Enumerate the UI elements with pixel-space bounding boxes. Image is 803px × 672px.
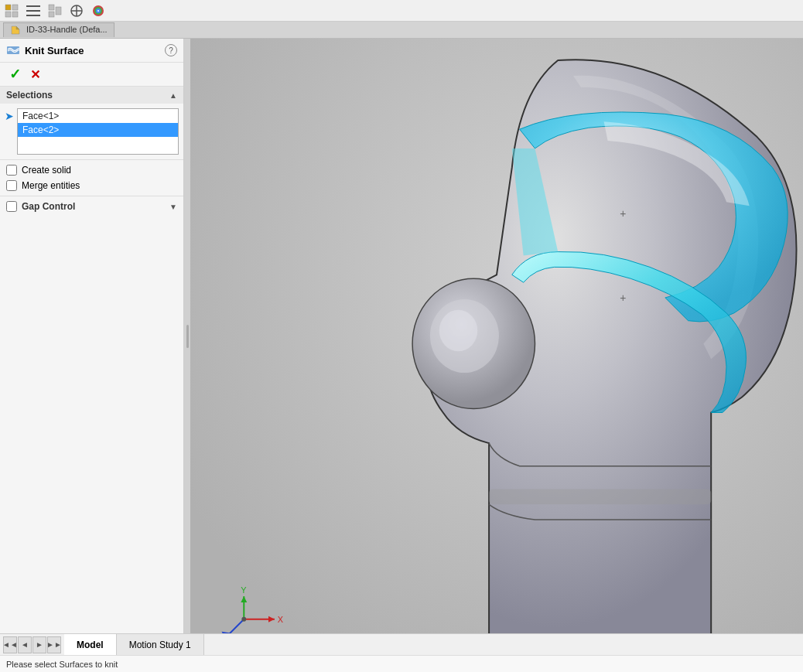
action-row: ✓ ✕ xyxy=(0,63,183,87)
svg-point-16 xyxy=(97,10,99,12)
gap-control-checkbox[interactable] xyxy=(6,201,17,212)
panel-title: Knit Surface xyxy=(25,45,160,56)
face-item-2[interactable]: Face<2> xyxy=(18,123,178,137)
nav-next[interactable]: ► xyxy=(32,636,46,653)
toolbar-icon-1[interactable] xyxy=(3,2,20,19)
status-bar: Please select Surfaces to knit xyxy=(0,655,803,672)
nav-prev[interactable]: ◄ xyxy=(18,636,32,653)
svg-text:Y: Y xyxy=(241,585,247,595)
svg-text:X: X xyxy=(278,615,284,624)
panel-header: Knit Surface ? xyxy=(0,39,183,63)
gap-control-chevron: ▼ xyxy=(169,203,177,211)
svg-text:+: + xyxy=(620,292,626,304)
selections-body: ➤ Face<1> Face<2> xyxy=(0,104,183,159)
face-item-1[interactable]: Face<1> xyxy=(18,109,178,123)
toolbar-icon-5[interactable] xyxy=(90,2,107,19)
face-list[interactable]: Face<1> Face<2> xyxy=(17,108,179,155)
svg-rect-8 xyxy=(49,12,54,17)
selections-section: Selections ▲ ➤ Face<1> Face<2> xyxy=(0,87,183,160)
knit-surface-icon xyxy=(6,43,20,57)
create-solid-row[interactable]: Create solid xyxy=(6,165,177,176)
create-solid-label: Create solid xyxy=(22,165,71,176)
toolbar-icon-2[interactable] xyxy=(25,2,42,19)
confirm-button[interactable]: ✓ xyxy=(6,66,23,83)
gap-control-label: Gap Control xyxy=(22,201,169,212)
toolbar-icon-3[interactable] xyxy=(46,2,63,19)
motion-study-tab[interactable]: Motion Study 1 xyxy=(117,634,204,655)
svg-rect-6 xyxy=(26,15,40,16)
svg-marker-18 xyxy=(16,26,19,29)
nav-last[interactable]: ►► xyxy=(47,636,61,653)
selection-arrow-icon: ➤ xyxy=(5,108,14,155)
model-tab[interactable]: Model xyxy=(64,634,117,655)
selections-header[interactable]: Selections ▲ xyxy=(0,87,183,104)
resize-handle[interactable] xyxy=(184,39,190,633)
file-tab-label: ID-33-Handle (Defa... xyxy=(26,25,108,34)
svg-rect-4 xyxy=(26,5,40,7)
svg-point-23 xyxy=(439,310,478,351)
svg-rect-7 xyxy=(49,5,54,10)
toolbar-icon-4[interactable] xyxy=(68,2,85,19)
svg-rect-3 xyxy=(12,12,18,17)
status-message: Please select Surfaces to knit xyxy=(6,660,118,669)
top-toolbar xyxy=(0,0,803,22)
svg-rect-24 xyxy=(489,490,711,505)
help-button[interactable]: ? xyxy=(165,44,177,56)
svg-rect-1 xyxy=(12,5,18,10)
left-panel: Knit Surface ? ✓ ✕ Selections ▲ ➤ Face xyxy=(0,39,184,633)
bottom-tabs: Model Motion Study 1 xyxy=(64,634,204,655)
create-solid-checkbox[interactable] xyxy=(6,165,17,176)
svg-rect-0 xyxy=(5,5,11,10)
svg-marker-17 xyxy=(12,26,19,34)
merge-entities-row[interactable]: Merge entities xyxy=(6,180,177,191)
viewport[interactable]: + + Z Y X *Isometric xyxy=(190,39,803,633)
gap-control-section[interactable]: Gap Control ▼ xyxy=(0,196,183,217)
checkbox-section: Create solid Merge entities xyxy=(0,160,183,196)
selections-chevron: ▲ xyxy=(169,91,177,100)
svg-rect-5 xyxy=(26,10,40,12)
nav-arrows: ◄◄ ◄ ► ►► xyxy=(0,636,64,653)
selections-label: Selections xyxy=(6,90,53,101)
svg-text:+: + xyxy=(620,207,626,220)
svg-rect-2 xyxy=(5,12,11,17)
3d-scene: + + Z Y X *Isometric xyxy=(190,39,803,633)
nav-first[interactable]: ◄◄ xyxy=(3,636,17,653)
bottom-area: ◄◄ ◄ ► ►► Model Motion Study 1 Please se… xyxy=(0,633,803,672)
file-tab[interactable]: ID-33-Handle (Defa... xyxy=(3,22,114,37)
svg-point-36 xyxy=(241,617,246,622)
bottom-tab-bar: ◄◄ ◄ ► ►► Model Motion Study 1 xyxy=(0,633,803,655)
main-area: Knit Surface ? ✓ ✕ Selections ▲ ➤ Face xyxy=(0,39,803,633)
tab-bar: ID-33-Handle (Defa... xyxy=(0,22,803,39)
merge-entities-label: Merge entities xyxy=(22,180,80,191)
merge-entities-checkbox[interactable] xyxy=(6,180,17,191)
cancel-button[interactable]: ✕ xyxy=(26,66,43,83)
svg-rect-9 xyxy=(56,7,61,15)
